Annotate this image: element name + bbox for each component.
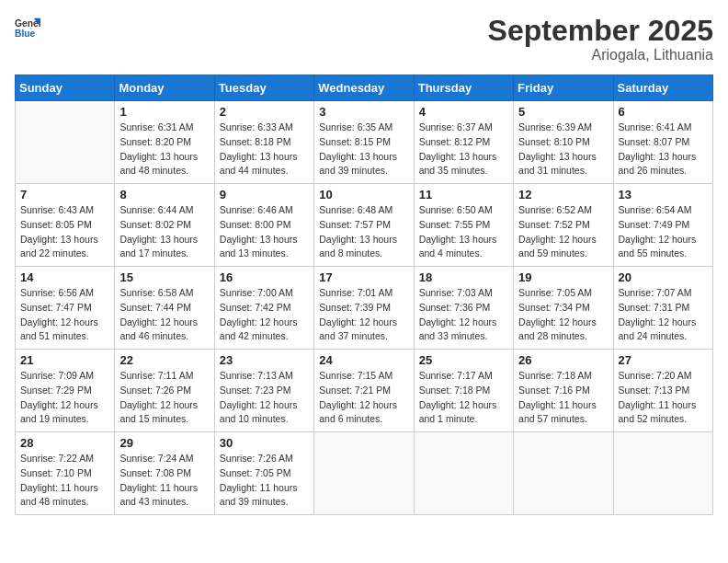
calendar-day-cell: 28Sunrise: 7:22 AMSunset: 7:10 PMDayligh… bbox=[16, 432, 115, 515]
calendar-day-cell: 1Sunrise: 6:31 AMSunset: 8:20 PMDaylight… bbox=[115, 101, 214, 184]
calendar-day-cell bbox=[314, 432, 414, 515]
day-number: 23 bbox=[220, 353, 309, 367]
svg-text:Blue: Blue bbox=[15, 29, 36, 39]
day-info: Sunrise: 6:31 AMSunset: 8:20 PMDaylight:… bbox=[119, 121, 209, 178]
calendar-day-cell: 11Sunrise: 6:50 AMSunset: 7:55 PMDayligh… bbox=[414, 184, 513, 267]
day-info: Sunrise: 6:44 AMSunset: 8:02 PMDaylight:… bbox=[119, 203, 209, 261]
calendar-day-cell: 16Sunrise: 7:00 AMSunset: 7:42 PMDayligh… bbox=[214, 267, 313, 350]
day-number: 4 bbox=[419, 105, 508, 119]
day-number: 18 bbox=[419, 270, 508, 284]
day-info: Sunrise: 7:24 AMSunset: 7:08 PMDaylight:… bbox=[119, 452, 209, 510]
day-info: Sunrise: 7:07 AMSunset: 7:31 PMDaylight:… bbox=[619, 286, 708, 344]
calendar-day-cell bbox=[514, 432, 613, 515]
day-number: 14 bbox=[20, 270, 109, 284]
day-number: 3 bbox=[319, 105, 408, 119]
location-title: Ariogala, Lithuania bbox=[488, 47, 713, 63]
day-info: Sunrise: 6:50 AMSunset: 7:55 PMDaylight:… bbox=[419, 203, 508, 261]
day-number: 29 bbox=[119, 436, 209, 450]
weekday-header-cell: Monday bbox=[115, 75, 214, 101]
day-info: Sunrise: 7:00 AMSunset: 7:42 PMDaylight:… bbox=[220, 286, 309, 344]
calendar-day-cell: 19Sunrise: 7:05 AMSunset: 7:34 PMDayligh… bbox=[514, 267, 613, 350]
calendar-day-cell bbox=[414, 432, 513, 515]
day-info: Sunrise: 6:33 AMSunset: 8:18 PMDaylight:… bbox=[220, 121, 309, 178]
weekday-header-cell: Sunday bbox=[16, 75, 115, 101]
calendar-day-cell: 22Sunrise: 7:11 AMSunset: 7:26 PMDayligh… bbox=[115, 350, 214, 432]
calendar-week-row: 1Sunrise: 6:31 AMSunset: 8:20 PMDaylight… bbox=[16, 101, 713, 184]
day-info: Sunrise: 6:37 AMSunset: 8:12 PMDaylight:… bbox=[419, 121, 508, 178]
calendar-day-cell: 7Sunrise: 6:43 AMSunset: 8:05 PMDaylight… bbox=[16, 184, 115, 267]
day-info: Sunrise: 6:52 AMSunset: 7:52 PMDaylight:… bbox=[518, 203, 608, 261]
day-number: 6 bbox=[619, 105, 708, 119]
day-number: 7 bbox=[20, 188, 109, 201]
calendar-day-cell: 9Sunrise: 6:46 AMSunset: 8:00 PMDaylight… bbox=[214, 184, 313, 267]
calendar-day-cell bbox=[613, 432, 712, 515]
day-number: 27 bbox=[619, 353, 708, 367]
weekday-header-row: SundayMondayTuesdayWednesdayThursdayFrid… bbox=[16, 75, 713, 101]
calendar-day-cell: 26Sunrise: 7:18 AMSunset: 7:16 PMDayligh… bbox=[514, 350, 613, 432]
day-info: Sunrise: 6:58 AMSunset: 7:44 PMDaylight:… bbox=[119, 286, 209, 344]
day-number: 26 bbox=[518, 353, 608, 367]
weekday-header-cell: Wednesday bbox=[314, 75, 414, 101]
day-number: 13 bbox=[619, 188, 708, 201]
calendar-day-cell: 24Sunrise: 7:15 AMSunset: 7:21 PMDayligh… bbox=[314, 350, 414, 432]
day-info: Sunrise: 7:20 AMSunset: 7:13 PMDaylight:… bbox=[619, 369, 708, 427]
day-number: 9 bbox=[220, 188, 309, 201]
calendar-day-cell: 29Sunrise: 7:24 AMSunset: 7:08 PMDayligh… bbox=[115, 432, 214, 515]
title-area: September 2025 Ariogala, Lithuania bbox=[488, 15, 713, 63]
day-info: Sunrise: 7:18 AMSunset: 7:16 PMDaylight:… bbox=[518, 369, 608, 427]
day-number: 16 bbox=[220, 270, 309, 284]
month-title: September 2025 bbox=[488, 15, 713, 47]
calendar-day-cell: 17Sunrise: 7:01 AMSunset: 7:39 PMDayligh… bbox=[314, 267, 414, 350]
day-number: 24 bbox=[319, 353, 408, 367]
day-number: 8 bbox=[119, 188, 209, 201]
day-info: Sunrise: 7:05 AMSunset: 7:34 PMDaylight:… bbox=[518, 286, 608, 344]
day-info: Sunrise: 7:17 AMSunset: 7:18 PMDaylight:… bbox=[419, 369, 508, 427]
day-info: Sunrise: 6:46 AMSunset: 8:00 PMDaylight:… bbox=[220, 203, 309, 261]
calendar-day-cell: 30Sunrise: 7:26 AMSunset: 7:05 PMDayligh… bbox=[214, 432, 313, 515]
calendar-day-cell: 21Sunrise: 7:09 AMSunset: 7:29 PMDayligh… bbox=[16, 350, 115, 432]
calendar-day-cell: 2Sunrise: 6:33 AMSunset: 8:18 PMDaylight… bbox=[214, 101, 313, 184]
day-number: 1 bbox=[119, 105, 209, 119]
day-info: Sunrise: 7:26 AMSunset: 7:05 PMDaylight:… bbox=[220, 452, 309, 510]
day-number: 2 bbox=[220, 105, 309, 119]
day-number: 30 bbox=[220, 436, 309, 450]
day-number: 5 bbox=[518, 105, 608, 119]
day-info: Sunrise: 7:09 AMSunset: 7:29 PMDaylight:… bbox=[20, 369, 109, 427]
day-info: Sunrise: 6:39 AMSunset: 8:10 PMDaylight:… bbox=[518, 121, 608, 178]
header: General Blue September 2025 Ariogala, Li… bbox=[15, 15, 713, 63]
day-info: Sunrise: 6:35 AMSunset: 8:15 PMDaylight:… bbox=[319, 121, 408, 178]
calendar-week-row: 21Sunrise: 7:09 AMSunset: 7:29 PMDayligh… bbox=[16, 350, 713, 432]
logo-icon: General Blue bbox=[15, 15, 40, 40]
calendar-table: SundayMondayTuesdayWednesdayThursdayFrid… bbox=[15, 75, 713, 515]
calendar-day-cell bbox=[16, 101, 115, 184]
calendar-day-cell: 25Sunrise: 7:17 AMSunset: 7:18 PMDayligh… bbox=[414, 350, 513, 432]
calendar-day-cell: 13Sunrise: 6:54 AMSunset: 7:49 PMDayligh… bbox=[613, 184, 712, 267]
calendar-body: 1Sunrise: 6:31 AMSunset: 8:20 PMDaylight… bbox=[16, 101, 713, 515]
weekday-header-cell: Thursday bbox=[414, 75, 513, 101]
calendar-week-row: 14Sunrise: 6:56 AMSunset: 7:47 PMDayligh… bbox=[16, 267, 713, 350]
day-number: 17 bbox=[319, 270, 408, 284]
day-info: Sunrise: 6:43 AMSunset: 8:05 PMDaylight:… bbox=[20, 203, 109, 261]
day-number: 22 bbox=[119, 353, 209, 367]
day-info: Sunrise: 7:03 AMSunset: 7:36 PMDaylight:… bbox=[419, 286, 508, 344]
calendar-day-cell: 8Sunrise: 6:44 AMSunset: 8:02 PMDaylight… bbox=[115, 184, 214, 267]
day-info: Sunrise: 7:22 AMSunset: 7:10 PMDaylight:… bbox=[20, 452, 109, 510]
day-number: 21 bbox=[20, 353, 109, 367]
day-info: Sunrise: 6:41 AMSunset: 8:07 PMDaylight:… bbox=[619, 121, 708, 178]
calendar-day-cell: 5Sunrise: 6:39 AMSunset: 8:10 PMDaylight… bbox=[514, 101, 613, 184]
day-number: 19 bbox=[518, 270, 608, 284]
calendar-week-row: 28Sunrise: 7:22 AMSunset: 7:10 PMDayligh… bbox=[16, 432, 713, 515]
day-info: Sunrise: 7:01 AMSunset: 7:39 PMDaylight:… bbox=[319, 286, 408, 344]
day-number: 10 bbox=[319, 188, 408, 201]
calendar-day-cell: 15Sunrise: 6:58 AMSunset: 7:44 PMDayligh… bbox=[115, 267, 214, 350]
calendar-day-cell: 3Sunrise: 6:35 AMSunset: 8:15 PMDaylight… bbox=[314, 101, 414, 184]
calendar-day-cell: 18Sunrise: 7:03 AMSunset: 7:36 PMDayligh… bbox=[414, 267, 513, 350]
day-number: 15 bbox=[119, 270, 209, 284]
calendar-day-cell: 10Sunrise: 6:48 AMSunset: 7:57 PMDayligh… bbox=[314, 184, 414, 267]
calendar-day-cell: 20Sunrise: 7:07 AMSunset: 7:31 PMDayligh… bbox=[613, 267, 712, 350]
day-number: 11 bbox=[419, 188, 508, 201]
day-number: 20 bbox=[619, 270, 708, 284]
day-number: 28 bbox=[20, 436, 109, 450]
day-info: Sunrise: 6:54 AMSunset: 7:49 PMDaylight:… bbox=[619, 203, 708, 261]
calendar-day-cell: 23Sunrise: 7:13 AMSunset: 7:23 PMDayligh… bbox=[214, 350, 313, 432]
